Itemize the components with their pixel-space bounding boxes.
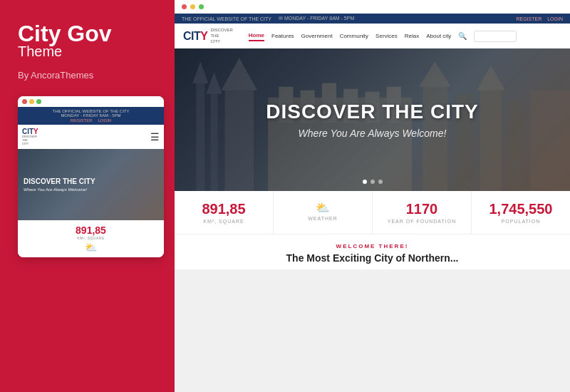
dt-dot-green (199, 4, 204, 9)
hero-dot-2[interactable] (370, 180, 375, 184)
nav-about[interactable]: About city (426, 31, 451, 41)
dot-red (22, 99, 27, 104)
left-panel: City Gov Theme By AncoraThemes THE OFFIC… (0, 0, 175, 392)
dot-yellow (29, 99, 34, 104)
desktop-titlebar (175, 0, 570, 14)
dot-green (36, 99, 41, 104)
hero-dot-1[interactable] (363, 180, 367, 184)
nav-government[interactable]: Government (301, 31, 333, 41)
desk-logo: CITY DISCOVERTHECITY (183, 28, 233, 44)
welcome-title: The Most Exciting City of Northern... (189, 252, 556, 264)
stat-population: 1,745,550 POPULATION (472, 191, 570, 234)
desk-hero: DISCOVER THE CITY Where You Are Always W… (175, 48, 570, 191)
desk-welcome: WELCOME THERE! The Most Exciting City of… (175, 234, 570, 269)
desk-nav: CITY DISCOVERTHECITY Home Features Gover… (175, 24, 570, 48)
weather-icon: ⛅ (281, 201, 365, 215)
hero-content: DISCOVER THE CITY Where You Are Always W… (175, 48, 570, 191)
stat-foundation: 1170 YEAR OF FOUNDATION (373, 191, 472, 234)
dt-dot-red (182, 4, 187, 9)
mobile-titlebar (18, 96, 164, 107)
weather-icon: ⛅ (22, 242, 160, 253)
desk-stats: 891,85 KM², SQUARE ⛅ WEATHER 1170 YEAR O… (175, 191, 570, 234)
stat-weather: ⛅ WEATHER (274, 191, 373, 234)
mobile-top-bar: THE OFFICIAL WEBSITE OF THE CITY MONDAY … (18, 107, 164, 125)
welcome-label: WELCOME THERE! (189, 243, 556, 249)
hero-subtitle: Where You Are Always Welcome! (299, 128, 447, 139)
desk-nav-links: Home Features Government Community Servi… (249, 31, 561, 42)
mobile-hero: DISCOVER THE CITY Where You Are Always W… (18, 149, 164, 220)
hamburger-icon[interactable]: ☰ (150, 131, 160, 143)
search-input[interactable] (474, 31, 517, 42)
mobile-nav: CITY DISCOVERTHECITY ☰ (18, 125, 164, 148)
right-panel: THE OFFICIAL WEBSITE OF THE CITY ✉ MONDA… (175, 0, 570, 392)
theme-title: City Gov Theme (18, 21, 160, 60)
hero-dot-3[interactable] (378, 180, 383, 184)
hero-dots (363, 180, 383, 184)
theme-by: By AncoraThemes (18, 70, 160, 81)
mobile-stats: 891,85 KM², SQUARE ⛅ (18, 220, 164, 257)
desktop-mockup: THE OFFICIAL WEBSITE OF THE CITY ✉ MONDA… (175, 14, 570, 392)
desk-top-bar: THE OFFICIAL WEBSITE OF THE CITY ✉ MONDA… (175, 14, 570, 24)
dt-dot-yellow (190, 4, 195, 9)
search-icon[interactable]: 🔍 (458, 32, 467, 40)
nav-features[interactable]: Features (271, 31, 294, 41)
nav-services[interactable]: Services (375, 31, 398, 41)
nav-community[interactable]: Community (340, 31, 368, 41)
stat-square: 891,85 KM², SQUARE (175, 191, 274, 234)
nav-home[interactable]: Home (249, 31, 264, 41)
mobile-mockup: THE OFFICIAL WEBSITE OF THE CITY MONDAY … (18, 96, 164, 257)
nav-relax[interactable]: Relax (405, 31, 419, 41)
hero-title: DISCOVER THE CITY (266, 100, 479, 123)
